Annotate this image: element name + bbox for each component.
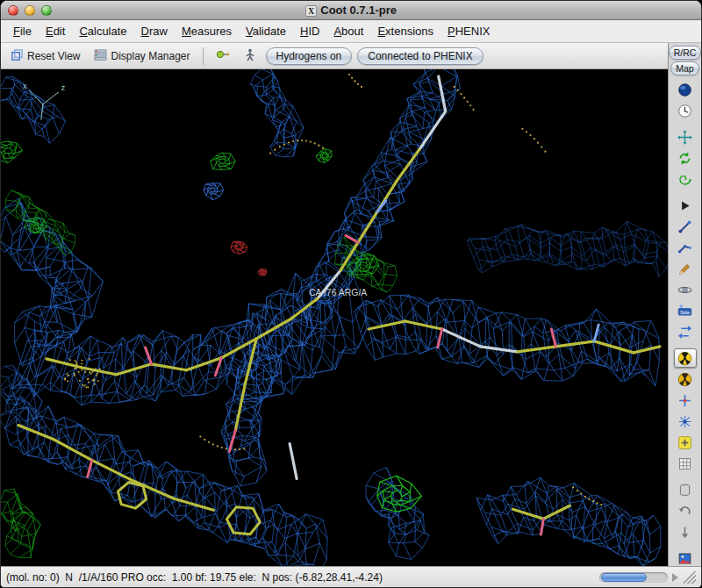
right-icon-stack: Side: [674, 79, 697, 566]
play-icon[interactable]: [674, 196, 697, 215]
translate-view-icon[interactable]: [674, 127, 697, 147]
grid-icon[interactable]: [674, 454, 697, 473]
real-space-refine-icon[interactable]: [674, 348, 697, 368]
maximize-button[interactable]: [41, 5, 52, 16]
goto-atom-button[interactable]: [211, 47, 234, 65]
resize-grip[interactable]: [684, 571, 696, 584]
orbit-icon[interactable]: [674, 280, 697, 299]
undo-icon[interactable]: [674, 501, 697, 520]
menu-about[interactable]: About: [326, 22, 370, 40]
display-manager-icon: [94, 48, 107, 64]
menu-measures[interactable]: Measures: [175, 22, 239, 40]
titlebar[interactable]: XCoot 0.7.1-pre: [1, 1, 701, 20]
screenshot-icon[interactable]: [674, 549, 697, 566]
coot-window: XCoot 0.7.1-pre File Edit Calculate Draw…: [0, 0, 702, 588]
close-button[interactable]: [8, 5, 18, 16]
menubar: File Edit Calculate Draw Measures Valida…: [1, 20, 701, 43]
menu-draw[interactable]: Draw: [134, 22, 175, 40]
skeleton-button[interactable]: [240, 47, 261, 66]
flip-arrows-icon[interactable]: [674, 322, 697, 341]
svg-text:x: x: [23, 82, 27, 90]
svg-text:Side: Side: [680, 309, 690, 314]
menu-validate[interactable]: Validate: [239, 22, 293, 40]
svg-text:z: z: [61, 83, 66, 92]
delete-atom-icon[interactable]: [674, 480, 697, 499]
h-scrollbar[interactable]: [599, 572, 668, 583]
statusbar: (mol. no: 0) N /1/A/160 PRO occ: 1.00 bf…: [1, 566, 701, 587]
r-rc-button[interactable]: R/RC: [669, 46, 701, 60]
svg-text:CA /76 ARG/A: CA /76 ARG/A: [309, 288, 367, 298]
hydrogens-toggle-button[interactable]: Hydrogens on: [266, 47, 353, 65]
side-view-icon[interactable]: Side: [674, 301, 697, 320]
scroll-down-icon[interactable]: [674, 522, 697, 541]
map-button[interactable]: Map: [670, 61, 698, 75]
add-atom-icon[interactable]: [674, 412, 697, 431]
phenix-status-button[interactable]: Connected to PHENIX: [357, 47, 483, 65]
model-stick-icon[interactable]: [674, 217, 697, 236]
menu-calculate[interactable]: Calculate: [72, 22, 133, 40]
toolbar-separator: [203, 47, 204, 65]
display-manager-button[interactable]: Display Manager: [90, 47, 194, 66]
x11-app-icon: X: [305, 5, 317, 17]
skeleton-icon: [244, 48, 256, 64]
clock-icon[interactable]: [674, 101, 697, 120]
menu-edit[interactable]: Edit: [39, 22, 72, 40]
regularize-icon[interactable]: [674, 369, 697, 389]
menu-file[interactable]: File: [6, 22, 39, 40]
minimize-button[interactable]: [25, 5, 35, 16]
toolbar: Reset View Display Manager Hydrogens on …: [1, 43, 668, 69]
reset-view-button[interactable]: Reset View: [6, 47, 84, 66]
pencil-icon[interactable]: [674, 259, 697, 278]
status-text: (mol. no: 0) N /1/A/160 PRO occ: 1.00 bf…: [6, 571, 599, 584]
scroll-right-icon[interactable]: [672, 573, 678, 582]
menu-hid[interactable]: HID: [293, 22, 326, 40]
goto-atom-icon: [216, 48, 230, 63]
reset-view-icon: [11, 48, 24, 64]
add-terminal-residue-icon[interactable]: [674, 433, 697, 452]
spin-view-icon[interactable]: [674, 169, 697, 189]
window-title: XCoot 0.7.1-pre: [1, 4, 701, 17]
menu-extensions[interactable]: Extensions: [370, 22, 441, 40]
menu-phenix[interactable]: PHENIX: [441, 22, 497, 40]
gl-canvas[interactable]: xzCA /76 ARG/A: [1, 69, 668, 566]
h-scrollbar-thumb[interactable]: [601, 573, 647, 582]
fit-atoms-icon[interactable]: [674, 238, 697, 257]
right-toolbar: R/RC Map Side: [668, 43, 701, 566]
rotate-translate-icon[interactable]: [674, 391, 697, 410]
globe-icon[interactable]: [674, 80, 697, 99]
rotate-view-icon[interactable]: [674, 148, 697, 168]
